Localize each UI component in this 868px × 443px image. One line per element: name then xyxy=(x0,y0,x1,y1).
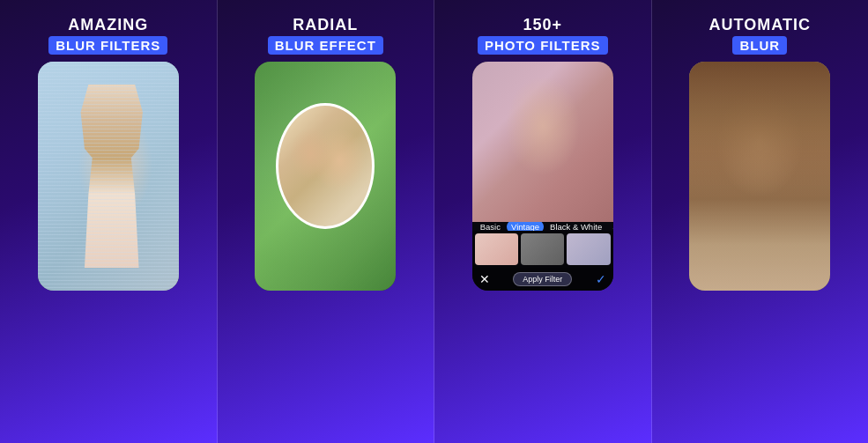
panel-3-bottom: Basic Vintage Black & White Splash ✕ App… xyxy=(472,222,613,291)
hair-overlay xyxy=(689,62,830,199)
panel-1-line1: AMAZING xyxy=(48,16,167,34)
panel-2-line2: BLUR EFFECT xyxy=(268,36,383,55)
panel-2-photo xyxy=(255,62,396,291)
panel-radial-blur: RADIAL BLUR EFFECT ▢ Normal ◎ Circle ⊞ B… xyxy=(217,0,434,443)
woman-figure xyxy=(73,85,151,268)
vintage-thumb-2[interactable] xyxy=(521,233,564,265)
panel-2-phone: ▢ Normal ◎ Circle ⊞ Band ✕ Focus ✓ xyxy=(255,62,396,291)
filter-tabs-3: Basic Vintage Black & White Splash xyxy=(472,222,613,231)
panel-3-title: 150+ PHOTO FILTERS xyxy=(478,16,608,55)
vintage-strip xyxy=(472,231,613,268)
panel-3-photo xyxy=(472,62,613,222)
panel-4-phone: ○ Blur ○ Unblur ○ Invert ⊕ Zoom ◑ Intens… xyxy=(689,62,830,291)
panel-2-title: RADIAL BLUR EFFECT xyxy=(268,16,383,55)
panel-4-line1: AUTOMATIC xyxy=(709,16,811,34)
panel-photo-filters: 150+ PHOTO FILTERS Basic Vintage Black &… xyxy=(434,0,651,443)
close-icon-3[interactable]: ✕ xyxy=(479,272,490,286)
panel-1-photo xyxy=(38,62,179,291)
tab-vintage[interactable]: Vintage xyxy=(507,222,544,231)
tab-bw[interactable]: Black & White xyxy=(545,222,606,231)
tab-basic-3[interactable]: Basic xyxy=(476,222,505,231)
panel-2-line1: RADIAL xyxy=(268,16,383,34)
check-icon-3[interactable]: ✓ xyxy=(596,272,606,286)
panel-automatic-blur: AUTOMATIC BLUR ○ Blur ○ Unblur ○ Invert … xyxy=(651,0,869,443)
panel-amazing-blur: AMAZING BLUR FILTERS Basic Glass Distort… xyxy=(0,0,217,443)
panel-4-line2: BLUR xyxy=(732,36,787,55)
panel-3-line1: 150+ xyxy=(478,16,608,34)
panel-4-title: AUTOMATIC BLUR xyxy=(709,16,811,55)
panel-3-phone: Basic Vintage Black & White Splash ✕ App… xyxy=(472,62,613,291)
apply-filter-btn[interactable]: Apply Filter xyxy=(513,272,572,286)
action-bar-3: ✕ Apply Filter ✓ xyxy=(472,268,613,291)
panel-1-line2: BLUR FILTERS xyxy=(48,36,167,55)
panel-1-phone: Basic Glass Distortion Paint Water ✕ App… xyxy=(38,62,179,291)
panel-4-photo xyxy=(689,62,830,291)
vintage-thumb-3[interactable] xyxy=(567,233,610,265)
vintage-thumb-1[interactable] xyxy=(475,233,518,265)
panel-3-line2: PHOTO FILTERS xyxy=(478,36,608,55)
panel-1-title: AMAZING BLUR FILTERS xyxy=(48,16,167,55)
tab-splash[interactable]: Splash xyxy=(608,222,613,231)
circle-focus-overlay xyxy=(276,103,375,229)
